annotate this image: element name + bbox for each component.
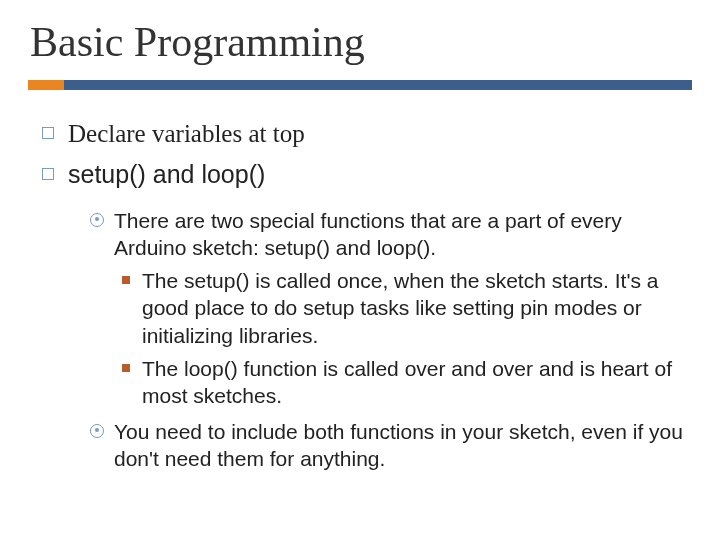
list-item: There are two special functions that are… bbox=[90, 207, 692, 410]
list-item: The loop() function is called over and o… bbox=[122, 355, 692, 410]
list-item-text: Declare variables at top bbox=[68, 120, 305, 147]
list-item-text: You need to include both functions in yo… bbox=[114, 420, 683, 470]
divider bbox=[28, 80, 692, 90]
list-item: The setup() is called once, when the ske… bbox=[122, 267, 692, 349]
list-item-text: There are two special functions that are… bbox=[114, 209, 622, 259]
slide: Basic Programming Declare variables at t… bbox=[0, 0, 720, 540]
list-item: You need to include both functions in yo… bbox=[90, 418, 692, 473]
sub-list: There are two special functions that are… bbox=[90, 207, 692, 473]
sub-sub-list: The setup() is called once, when the ske… bbox=[122, 267, 692, 409]
list-item: setup() and loop() There are two special… bbox=[42, 159, 692, 472]
list-item: Declare variables at top bbox=[42, 118, 692, 149]
divider-bar bbox=[64, 80, 692, 90]
slide-title: Basic Programming bbox=[30, 18, 692, 66]
list-item-text: The loop() function is called over and o… bbox=[142, 357, 672, 407]
bullet-list: Declare variables at top setup() and loo… bbox=[42, 118, 692, 472]
divider-accent bbox=[28, 80, 64, 90]
list-item-text: The setup() is called once, when the ske… bbox=[142, 269, 658, 347]
list-item-text: setup() and loop() bbox=[68, 160, 265, 188]
